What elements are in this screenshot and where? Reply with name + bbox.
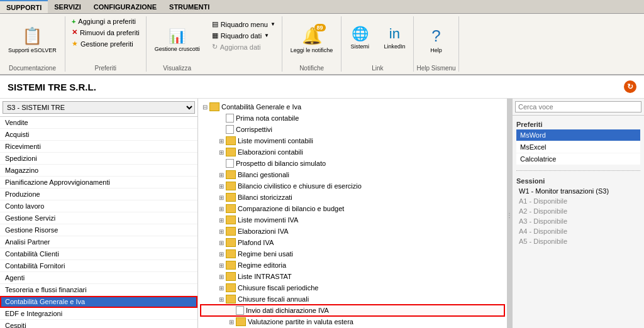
tree-root[interactable]: ⊟Contabilità Generale e Iva	[201, 101, 504, 112]
root-folder-icon	[209, 102, 219, 111]
left-list-item[interactable]: Agenti	[0, 272, 197, 284]
btn-linkedin[interactable]: in LinkedIn	[378, 16, 411, 59]
tree-toggle-icon: ⊞	[217, 283, 226, 292]
center-panel: ⊟Contabilità Generale e IvaPrima nota co…	[198, 99, 507, 328]
btn-riquadro-dati[interactable]: ▦ Riquadro dati ▼	[208, 30, 273, 41]
tree-item[interactable]: ⊞Chiusure fiscali periodiche	[201, 282, 504, 293]
tree-item-label: Regime beni usati	[238, 250, 293, 258]
notif-count: 89	[314, 24, 326, 31]
tree-item[interactable]: ⊞Comparazione di bilancio e budget	[201, 203, 504, 214]
preferiti-title: Preferiti	[516, 118, 640, 129]
btn-aggiungi-preferiti[interactable]: + Aggiungi a preferiti	[68, 16, 140, 26]
tree-item[interactable]: ⊞Liste movimenti IVA	[201, 214, 504, 226]
favoriti-item[interactable]: MsWord	[516, 129, 640, 141]
menu-configurazione[interactable]: CONFIGURAZIONE	[87, 0, 163, 13]
preferiti-section: Preferiti MsWordMsExcelCalcolatrice	[513, 116, 644, 168]
tree-item[interactable]: ⊞Bilancio civilistico e chiusure di eser…	[201, 180, 504, 192]
tree-toggle-icon: ⊞	[227, 317, 236, 326]
left-list-item[interactable]: Contabilità Generale e Iva	[0, 296, 197, 308]
sessione-item[interactable]: W1 - Monitor transazioni (S3)	[516, 186, 640, 196]
ribbon-group-link: 🌐 Sistemi in LinkedIn Link	[341, 16, 414, 72]
link-btns: 🌐 Sistemi in LinkedIn	[344, 16, 411, 59]
left-list-item[interactable]: Conto lavoro	[0, 200, 197, 212]
sessione-item[interactable]: A4 - Disponibile	[516, 226, 640, 236]
menu-strumenti[interactable]: STRUMENTI	[163, 0, 216, 13]
tree-item-label: Corrispettivi	[236, 126, 272, 133]
tree-item[interactable]: ⊞Bilanci storicizzati	[201, 192, 504, 203]
btn-rimuovi-preferiti[interactable]: ✕ Rimuovi da preferiti	[68, 27, 143, 38]
tree-root-label: Contabilità Generale e Iva	[221, 103, 301, 111]
left-list-item[interactable]: EDF e Integrazioni	[0, 308, 197, 320]
tree-item[interactable]: ⊞Regime beni usati	[201, 248, 504, 260]
left-list-item[interactable]: Analisi Partner	[0, 236, 197, 248]
tree-toggle-icon: ⊞	[217, 182, 226, 190]
left-list-item[interactable]: Acquisti	[0, 129, 197, 141]
left-list-item[interactable]: Magazzino	[0, 165, 197, 177]
tree-item[interactable]: ⊞Elaborazioni contabili	[201, 146, 504, 158]
right-panel: Preferiti MsWordMsExcelCalcolatrice Sess…	[512, 99, 644, 328]
company-select[interactable]: S3 - SISTEMI TRE	[3, 101, 195, 114]
company-name: SISTEMI TRE S.R.L.	[8, 82, 96, 92]
left-list-item[interactable]: Contabilità Fornitori	[0, 260, 197, 272]
left-list-item[interactable]: Pianificazione Approvvigionamenti	[0, 177, 197, 189]
help-label: Help Sismenu	[416, 63, 455, 72]
tree-item[interactable]: Corrispettivi	[201, 124, 504, 135]
tree-item[interactable]: ⊞Liste INTRASTAT	[201, 271, 504, 282]
favoriti-item[interactable]: Calcolatrice	[516, 153, 640, 165]
btn-aggiorna-dati[interactable]: ↻ Aggiorna dati	[208, 41, 265, 52]
left-list-item[interactable]: Contabilità Clienti	[0, 248, 197, 260]
btn-riquadro-menu[interactable]: ▤ Riquadro menu ▼	[208, 19, 279, 30]
tree-item[interactable]: Prima nota contabile	[201, 112, 504, 124]
left-list-item[interactable]: Tesoreria e flussi finanziari	[0, 284, 197, 296]
tree-item-label: Invio dati dichiarazione IVA	[246, 307, 329, 314]
left-list-item[interactable]: Spedizioni	[0, 153, 197, 165]
btn-sistemi[interactable]: 🌐 Sistemi	[344, 16, 375, 59]
tree-toggle-icon: ⊞	[217, 272, 226, 281]
left-list-item[interactable]: Gestione Risorse	[0, 224, 197, 236]
search-input[interactable]	[515, 101, 641, 112]
tree-item[interactable]: ⊞Elaborazioni IVA	[201, 226, 504, 237]
plus-icon: +	[72, 18, 75, 25]
menu-servizi[interactable]: SERVIZI	[48, 0, 87, 13]
tree-toggle-icon: ⊞	[217, 193, 226, 202]
menu-supporti[interactable]: SUPPORTI	[0, 0, 48, 13]
sessione-item[interactable]: A3 - Disponibile	[516, 216, 640, 226]
left-list-item[interactable]: Cespiti	[0, 320, 197, 328]
tree-item-label: Comparazione di bilancio e budget	[238, 205, 344, 212]
left-list-item[interactable]: Ricevimenti	[0, 141, 197, 153]
tree-toggle-icon	[227, 306, 236, 315]
btn-help[interactable]: ? Help	[421, 16, 452, 63]
tree-toggle-icon: ⊞	[217, 261, 226, 270]
left-panel: S3 - SISTEMI TRE VenditeAcquistiRicevime…	[0, 99, 198, 328]
btn-gestione-preferiti[interactable]: ★ Gestione preferiti	[68, 38, 137, 49]
btn-leggi-notifiche[interactable]: 🔔 89 Leggi le notifiche	[285, 16, 339, 63]
sessione-item[interactable]: A2 - Disponibile	[516, 206, 640, 216]
tree-toggle-icon	[217, 114, 226, 123]
btn-gestione-cruscotti[interactable]: 📊 Gestione cruscotti	[149, 16, 206, 63]
resize-handle[interactable]: ⋮	[507, 99, 512, 328]
tree-item[interactable]: ⊞Bilanci gestionali	[201, 169, 504, 180]
tree-item-label: Bilanci storicizzati	[238, 194, 292, 201]
favoriti-item[interactable]: MsExcel	[516, 141, 640, 153]
tree-toggle-icon: ⊞	[217, 136, 226, 145]
left-list-item[interactable]: Gestione Servizi	[0, 212, 197, 224]
left-list-item[interactable]: Produzione	[0, 189, 197, 200]
tree-item-label: Prospetto di bilancio simulato	[236, 160, 326, 167]
tree-item-label: Elaborazioni IVA	[238, 227, 289, 235]
star-icon: ★	[72, 40, 78, 48]
documentazione-label: Documentazione	[9, 63, 56, 72]
sessione-item[interactable]: A1 - Disponibile	[516, 196, 640, 206]
tree-toggle-icon: ⊞	[217, 249, 226, 258]
left-list-item[interactable]: Vendite	[0, 117, 197, 129]
tree-item[interactable]: ⊞Valutazione partite in valuta estera	[201, 316, 504, 327]
tree-item[interactable]: ⊞Regime editoria	[201, 260, 504, 271]
tree-item[interactable]: Invio dati dichiarazione IVA	[201, 305, 504, 316]
tree-item[interactable]: ⊞Chiusure fiscali annuali	[201, 293, 504, 305]
tree-item[interactable]: ⊞Plafond IVA	[201, 237, 504, 248]
tree-item[interactable]: Prospetto di bilancio simulato	[201, 158, 504, 169]
btn-supporti-esolver[interactable]: 📋 Supporti eSOLVER	[3, 16, 62, 63]
refresh-icon: ↻	[212, 43, 218, 51]
tree-item[interactable]: ⊞Liste movimenti contabili	[201, 135, 504, 146]
sessione-item[interactable]: A5 - Disponibile	[516, 236, 640, 246]
header-refresh-icon[interactable]: ↻	[624, 80, 636, 93]
